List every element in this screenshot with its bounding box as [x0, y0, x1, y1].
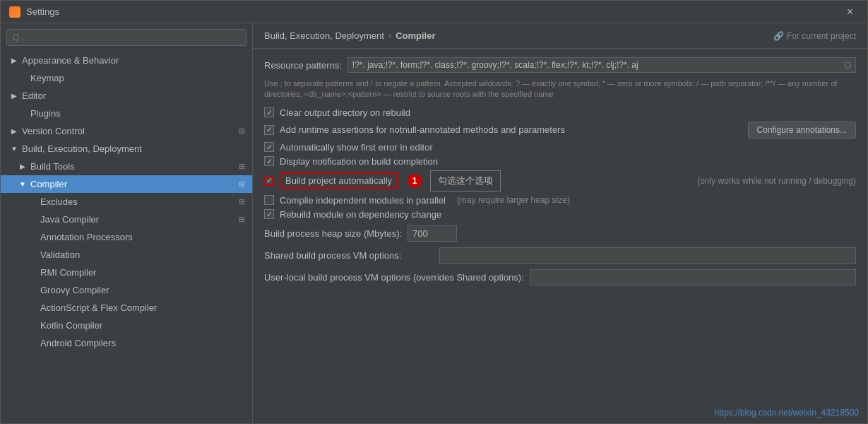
arrow-icon: ▼: [18, 179, 28, 189]
expand-icon: ⬡: [844, 60, 851, 70]
settings-content: Resource patterns: !?*. java;!?*. form;!…: [253, 49, 867, 423]
sidebar: ▶ Appearance & Behavior Keymap ▶ Editor …: [1, 23, 253, 423]
auto-show-error-checkbox[interactable]: [264, 142, 274, 152]
sidebar-item-excludes[interactable]: Excludes ⊞: [1, 193, 252, 211]
shared-vm-input[interactable]: [439, 247, 856, 264]
sidebar-item-label: Build Tools: [30, 161, 237, 172]
sidebar-item-build-execution[interactable]: ▼ Build, Execution, Deployment: [1, 140, 252, 158]
compile-parallel-row: Compile independent modules in parallel …: [264, 195, 856, 206]
clear-output-checkbox[interactable]: [264, 107, 274, 117]
sidebar-item-label: Keymap: [30, 73, 246, 83]
compile-parallel-checkbox[interactable]: [264, 195, 274, 205]
sidebar-item-label: Appearance & Behavior: [22, 55, 246, 66]
sidebar-item-label: Plugins: [30, 108, 246, 119]
display-notification-label: Display notification on build completion: [280, 156, 438, 167]
bottom-link[interactable]: https://blog.csdn.net/weixin_43218500: [715, 408, 859, 418]
sidebar-item-label: Excludes: [40, 196, 237, 207]
arrow-icon: ▶: [9, 91, 19, 101]
sidebar-item-label: Annotation Processors: [40, 232, 246, 242]
resource-patterns-hint: Use ; to separate patterns and ! to nega…: [264, 78, 856, 100]
sidebar-item-rmi-compiler[interactable]: RMI Compiler: [1, 264, 252, 281]
tooltip-text: 勾选这个选项: [430, 170, 501, 192]
sidebar-item-validation[interactable]: Validation: [1, 246, 252, 264]
link-text: For current project: [787, 31, 856, 41]
link-icon: 🔗: [773, 31, 784, 41]
sidebar-item-label: Kotlin Compiler: [40, 320, 246, 331]
sidebar-item-plugins[interactable]: Plugins: [1, 105, 252, 122]
arrow-icon: [28, 268, 37, 278]
arrow-icon: [28, 215, 37, 225]
window-title: Settings: [26, 6, 841, 17]
sidebar-item-label: Java Compiler: [40, 214, 237, 225]
shared-vm-row: Shared build process VM options:: [264, 247, 856, 264]
arrow-icon: [28, 303, 37, 313]
resource-patterns-row: Resource patterns: !?*. java;!?*. form;!…: [264, 57, 856, 73]
sidebar-item-groovy-compiler[interactable]: Groovy Compiler: [1, 281, 252, 299]
arrow-icon: ▶: [9, 56, 19, 66]
breadcrumb-separator: ›: [388, 30, 391, 41]
build-automatically-note: (only works while not running / debuggin…: [697, 176, 856, 186]
arrow-icon: ▶: [9, 126, 19, 136]
build-automatically-row: Build project automatically 1 勾选这个选项 (on…: [264, 170, 856, 192]
sidebar-item-appearance[interactable]: ▶ Appearance & Behavior: [1, 52, 252, 69]
sidebar-item-kotlin-compiler[interactable]: Kotlin Compiler: [1, 317, 252, 334]
titlebar: Settings ×: [1, 1, 867, 23]
sidebar-item-label: Editor: [22, 90, 246, 101]
search-input[interactable]: [6, 29, 246, 46]
resource-patterns-input[interactable]: !?*. java;!?*. form;!?*. class;!?*. groo…: [347, 57, 856, 73]
sidebar-item-label: Android Compilers: [40, 338, 246, 348]
rebuild-module-checkbox[interactable]: [264, 209, 274, 219]
shared-vm-label: Shared build process VM options:: [264, 250, 434, 261]
settings-window: Settings × ▶ Appearance & Behavior Keyma…: [0, 0, 868, 424]
sidebar-item-editor[interactable]: ▶ Editor: [1, 87, 252, 105]
close-button[interactable]: ×: [841, 3, 859, 21]
sidebar-item-java-compiler[interactable]: Java Compiler ⊞: [1, 211, 252, 228]
tooltip-badge: 1: [408, 174, 422, 188]
arrow-icon: ▼: [9, 144, 19, 154]
compile-parallel-label: Compile independent modules in parallel: [280, 195, 446, 206]
repo-icon: ⊞: [237, 126, 246, 136]
user-vm-label: User-local build process VM options (ove…: [264, 272, 524, 283]
auto-show-error-row: Automatically show first error in editor: [264, 142, 856, 153]
main-panel: Build, Execution, Deployment › Compiler …: [253, 23, 867, 423]
breadcrumb-parent: Build, Execution, Deployment: [264, 30, 384, 41]
sidebar-item-actionscript-compiler[interactable]: ActionScript & Flex Compiler: [1, 299, 252, 317]
sidebar-item-compiler[interactable]: ▼ Compiler ⊞: [1, 175, 252, 193]
user-vm-row: User-local build process VM options (ove…: [264, 269, 856, 285]
build-heap-row: Build process heap size (Mbytes):: [264, 225, 856, 242]
display-notification-row: Display notification on build completion: [264, 156, 856, 167]
sidebar-item-keymap[interactable]: Keymap: [1, 69, 252, 87]
add-runtime-checkbox[interactable]: [264, 125, 274, 135]
arrow-icon: ▶: [18, 162, 28, 172]
build-heap-input[interactable]: [408, 225, 457, 242]
arrow-icon: [28, 338, 37, 348]
build-heap-label: Build process heap size (Mbytes):: [264, 228, 402, 239]
rebuild-module-label: Rebuild module on dependency change: [280, 209, 441, 220]
add-runtime-row: Add runtime assertions for notnull-annot…: [264, 122, 856, 139]
repo-icon: ⊞: [237, 162, 246, 172]
sidebar-item-label: Build, Execution, Deployment: [22, 143, 246, 154]
user-vm-input[interactable]: [530, 269, 856, 285]
sidebar-item-label: Validation: [40, 249, 246, 260]
configure-annotations-button[interactable]: Configure annotations...: [748, 122, 856, 139]
sidebar-item-label: RMI Compiler: [40, 267, 246, 278]
arrow-icon: [28, 197, 37, 207]
build-automatically-checkbox[interactable]: [264, 176, 274, 186]
auto-show-error-label: Automatically show first error in editor: [280, 142, 433, 153]
resource-patterns-label: Resource patterns:: [264, 60, 342, 71]
arrow-icon: [28, 250, 37, 260]
sidebar-item-label: Groovy Compiler: [40, 285, 246, 295]
display-notification-checkbox[interactable]: [264, 156, 274, 166]
build-automatically-label: Build project automatically: [285, 175, 392, 186]
sidebar-item-build-tools[interactable]: ▶ Build Tools ⊞: [1, 158, 252, 175]
breadcrumb-project-link[interactable]: 🔗 For current project: [773, 31, 856, 41]
arrow-icon: [18, 109, 28, 119]
repo-icon: ⊞: [237, 197, 246, 207]
app-icon: [9, 6, 20, 18]
breadcrumb: Build, Execution, Deployment › Compiler …: [253, 23, 867, 49]
sidebar-item-label: ActionScript & Flex Compiler: [40, 302, 246, 313]
sidebar-item-annotation-processors[interactable]: Annotation Processors: [1, 228, 252, 246]
sidebar-item-version-control[interactable]: ▶ Version Control ⊞: [1, 122, 252, 140]
sidebar-item-android-compilers[interactable]: Android Compilers: [1, 334, 252, 352]
clear-output-row: Clear output directory on rebuild: [264, 107, 856, 118]
